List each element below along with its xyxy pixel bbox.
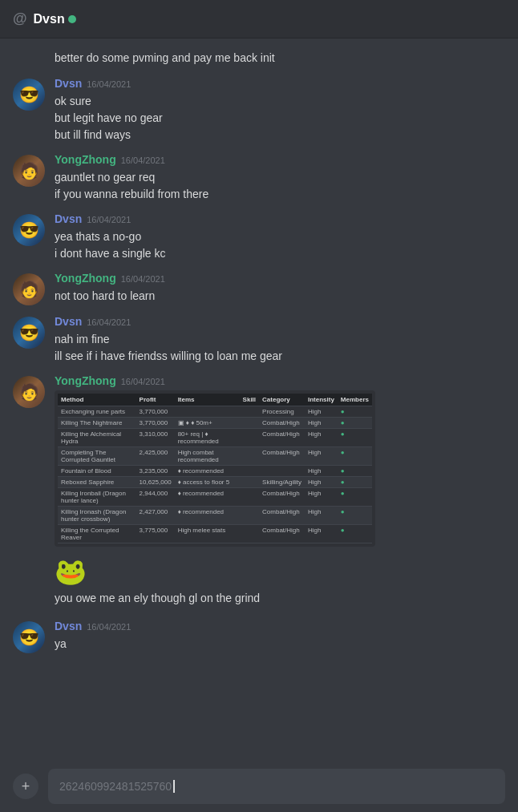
message-header: YongZhong 16/04/2021 [55,374,505,387]
message-text: if you wanna rebuild from there [55,186,505,203]
message-text: but legit have no gear [55,110,505,127]
avatar [13,79,45,111]
message-group: Dvsn 16/04/2021 ya [0,616,518,656]
table-row: Exchanging rune parts 3,770,000 Processi… [58,406,372,418]
message-header: Dvsn 16/04/2021 [55,315,505,328]
username: YongZhong [55,153,116,166]
timestamp: 16/04/2021 [87,317,131,327]
table-embed: Method Profit Items Skill Category Inten… [55,390,375,547]
table-row: Killing the Corrupted Reaver 3,775,000 H… [58,525,372,543]
table-row: Reboxed Sapphire 10,625,000 ♦ access to … [58,477,372,488]
col-category: Category [259,394,305,406]
table-row: Fountain of Blood 3,235,000 ♦ recommende… [58,466,372,477]
table-row: Killing The Nightmare 3,770,000 ▣ ♦ ♦ 50… [58,418,372,429]
cursor [173,780,175,793]
avatar [13,317,45,349]
message-text: ill see if i have friendss willing to lo… [55,348,505,365]
message-input[interactable]: 262460992481525760 [48,769,505,804]
message-text: ya [55,636,505,652]
timestamp: 16/04/2021 [121,377,165,386]
message-text: nah im fine [55,331,505,348]
message-group: Dvsn 16/04/2021 ok sure but legit have n… [0,74,518,147]
timestamp: 16/04/2021 [121,156,165,165]
pepe-wrapper: 🐸 you owe me an ely though gl on the gri… [0,553,518,610]
avatar [13,273,45,305]
input-area: + 262460992481525760 [0,761,518,812]
col-intensity: Intensity [305,394,338,406]
col-skill: Skill [240,394,259,406]
message-header: YongZhong 16/04/2021 [55,153,505,166]
message-group: YongZhong 16/04/2021 gauntlet no gear re… [0,150,518,206]
avatar [13,621,45,653]
timestamp: 16/04/2021 [87,79,131,89]
message-text: not too hard to learn [55,288,505,305]
at-icon: @ [13,10,27,27]
title-bar: @ Dvsn [0,0,518,38]
message-content: YongZhong 16/04/2021 gauntlet no gear re… [55,153,505,203]
message-text: gauntlet no gear req [55,169,505,186]
message-group: YongZhong 16/04/2021 not too hard to lea… [0,269,518,309]
message-text: yea thats a no-go [55,228,505,245]
timestamp: 16/04/2021 [121,274,165,284]
status-dot [68,15,76,23]
message-text: i dont have a single kc [55,245,505,262]
username: Dvsn [55,77,82,90]
username: YongZhong [55,272,116,285]
message-content: Dvsn 16/04/2021 nah im fine ill see if i… [55,315,505,365]
messages-area: better do some pvming and pay me back in… [0,38,518,761]
col-members: Members [338,394,372,406]
col-profit: Profit [136,394,175,406]
message-text: ok sure [55,93,505,110]
message-content: YongZhong 16/04/2021 Method Profit Items… [55,374,505,547]
message-header: Dvsn 16/04/2021 [55,212,505,225]
message-header: YongZhong 16/04/2021 [55,272,505,285]
message-text: you owe me an ely though gl on the grind [55,590,505,607]
timestamp: 16/04/2021 [87,215,131,224]
avatar [13,214,45,246]
add-attachment-button[interactable]: + [13,774,38,799]
message-content: Dvsn 16/04/2021 yea thats a no-go i dont… [55,212,505,262]
table-row: Killing the Alchemical Hydra 3,310,000 8… [58,429,372,447]
table-row: Killing Ironball (Dragon hunter lance) 2… [58,488,372,507]
message-header: Dvsn 16/04/2021 [55,620,505,632]
username: Dvsn [55,315,82,328]
username: Dvsn [55,212,82,225]
message-group: Dvsn 16/04/2021 yea thats a no-go i dont… [0,209,518,265]
channel-name: Dvsn [34,12,65,26]
data-table: Method Profit Items Skill Category Inten… [58,394,372,543]
avatar [13,376,45,408]
message-content: Dvsn 16/04/2021 ya [55,620,505,653]
col-method: Method [58,394,136,406]
col-items: Items [175,394,240,406]
message-content: YongZhong 16/04/2021 not too hard to lea… [55,272,505,305]
message-header: Dvsn 16/04/2021 [55,77,505,90]
table-row: Killing Ironash (Dragon hunter crossbow)… [58,507,372,525]
message-group: Dvsn 16/04/2021 nah im fine ill see if i… [0,312,518,368]
table-row: Completing The Corrupted Gauntlet 2,425,… [58,447,372,466]
message-text: but ill find ways [55,127,505,143]
username: Dvsn [55,620,82,632]
pepe-emoji: 🐸 [55,556,505,587]
message-content: Dvsn 16/04/2021 ok sure but legit have n… [55,77,505,143]
input-text: 262460992481525760 [59,780,172,793]
avatar [13,155,45,187]
timestamp: 16/04/2021 [87,622,131,632]
username: YongZhong [55,374,116,387]
truncated-message: better do some pvming and pay me back in… [0,45,518,67]
message-group: YongZhong 16/04/2021 Method Profit Items… [0,371,518,550]
